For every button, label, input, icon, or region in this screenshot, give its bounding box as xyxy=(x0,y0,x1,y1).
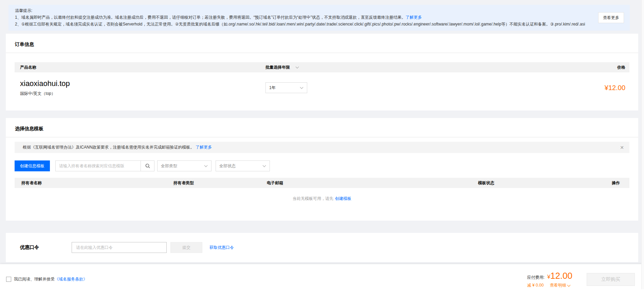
template-search xyxy=(55,160,154,171)
template-learn-more-link[interactable]: 了解更多 xyxy=(196,144,212,150)
type-filter-select[interactable]: 全部类型 xyxy=(157,160,211,171)
terms-link[interactable]: 《域名服务条款》 xyxy=(55,276,87,282)
coupon-card: 优惠口令 提交 获取优惠口令 xyxy=(6,233,638,262)
template-notice: 根据《互联网域名管理办法》及ICANN政策要求，注册域名需使用实名并完成邮箱验证… xyxy=(15,142,629,153)
column-email: 电子邮箱 xyxy=(267,180,478,186)
notice-banner: 温馨提示: 1、域名属即时产品，以最终付款和提交注册成功为准。域名注册成功后，费… xyxy=(8,5,630,31)
template-notice-text: 根据《互联网域名管理办法》及ICANN政策要求，注册域名需使用实名并完成邮箱验证… xyxy=(23,144,194,150)
column-product-name: 产品名称 xyxy=(20,65,265,70)
column-holder-name: 持有者名称 xyxy=(21,180,173,186)
payable-amount: 12.00 xyxy=(550,271,572,281)
terms-agreement: 我已阅读、理解并接受 《域名服务条款》 xyxy=(6,276,87,282)
checkout-footer: 我已阅读、理解并接受 《域名服务条款》 应付费用: ¥ 12.00 减 ¥ 0.… xyxy=(0,264,644,291)
get-coupon-link[interactable]: 获取优惠口令 xyxy=(209,245,234,251)
years-select-value: 1年 xyxy=(269,85,276,91)
coupon-label: 优惠口令 xyxy=(20,244,39,251)
discount-text: 减 ¥ 0.00 xyxy=(527,283,544,288)
discount-line: 减 ¥ 0.00 查看明细 xyxy=(527,283,572,288)
agree-text: 我已阅读、理解并接受 xyxy=(14,276,55,282)
template-toolbar: 创建信息模板 全部类型 全部状态 xyxy=(15,160,629,171)
view-detail-link[interactable]: 查看明细 xyxy=(550,283,570,288)
chevron-down-icon xyxy=(300,86,303,89)
order-info-card: 订单信息 产品名称 批量选择年限 价格 xiaoxiaohui.top 国际中/… xyxy=(6,34,638,110)
column-batch-years[interactable]: 批量选择年限 xyxy=(265,65,557,70)
notice-line-1-text: 1、域名属即时产品，以最终付款和提交注册成功为准。域名注册成功后，费用不退回，请… xyxy=(15,15,406,20)
column-price: 价格 xyxy=(557,65,625,70)
notice-line-1: 1、域名属即时产品，以最终付款和提交注册成功为准。域名注册成功后，费用不退回，请… xyxy=(15,14,589,21)
template-empty-state: 当前无模板可用，请先 创建模板 xyxy=(15,188,629,209)
status-filter-value: 全部状态 xyxy=(219,163,236,169)
order-row: xiaoxiaohui.top 国际中/英文（top） 1年 ¥12.00 xyxy=(15,72,629,103)
column-actions: 操作 xyxy=(612,180,620,186)
column-holder-type: 持有者类型 xyxy=(173,180,267,186)
template-card: 选择信息模板 根据《互联网域名管理办法》及ICANN政策要求，注册域名需使用实名… xyxy=(6,118,638,221)
learn-more-link[interactable]: 了解更多 xyxy=(406,15,422,20)
create-template-button[interactable]: 创建信息模板 xyxy=(15,160,50,171)
view-more-button[interactable]: 查看更多 xyxy=(598,12,624,23)
coupon-submit-button[interactable]: 提交 xyxy=(170,242,202,253)
chevron-down-icon xyxy=(204,164,208,167)
divider xyxy=(6,53,638,53)
order-table: 产品名称 批量选择年限 价格 xiaoxiaohui.top 国际中/英文（to… xyxy=(15,62,629,103)
coupon-input[interactable] xyxy=(72,242,167,253)
column-template-status: 模板状态 xyxy=(478,180,580,186)
product-cell: xiaoxiaohui.top 国际中/英文（top） xyxy=(20,79,265,97)
price-value: ¥12.00 xyxy=(557,84,625,92)
create-template-link[interactable]: 创建模板 xyxy=(335,196,351,202)
payable-label: 应付费用: xyxy=(527,275,545,280)
buy-now-button[interactable]: 立即购买 xyxy=(587,273,635,286)
search-icon xyxy=(145,163,150,169)
type-filter-value: 全部类型 xyxy=(161,163,177,169)
template-table-header: 持有者名称 持有者类型 电子邮箱 模板状态 操作 xyxy=(15,178,629,188)
years-select[interactable]: 1年 xyxy=(265,82,307,93)
payable-line: 应付费用: ¥ 12.00 xyxy=(527,271,572,281)
status-filter-select[interactable]: 全部状态 xyxy=(216,160,270,171)
search-input[interactable] xyxy=(56,161,141,171)
order-table-header: 产品名称 批量选择年限 价格 xyxy=(15,62,629,72)
domain-name: xiaoxiaohui.top xyxy=(20,79,265,88)
order-info-title: 订单信息 xyxy=(6,34,638,53)
chevron-down-icon xyxy=(263,164,266,167)
coupon-row: 优惠口令 提交 获取优惠口令 xyxy=(6,242,638,253)
view-detail-text: 查看明细 xyxy=(550,283,566,288)
domain-type: 国际中/英文（top） xyxy=(20,91,265,97)
payable-currency: ¥ xyxy=(547,274,550,280)
search-button[interactable] xyxy=(141,161,154,171)
close-icon[interactable]: ✕ xyxy=(620,145,624,150)
empty-state-text: 当前无模板可用，请先 xyxy=(293,196,333,202)
years-cell: 1年 xyxy=(265,82,557,93)
scrollbar[interactable] xyxy=(641,0,644,289)
notice-line-2: 2、①根据工信部有关规定，域名须完成实名认证，否则会被Serverhold，无法… xyxy=(15,21,589,28)
notice-title: 温馨提示: xyxy=(15,7,589,14)
payable-summary: 应付费用: ¥ 12.00 减 ¥ 0.00 查看明细 xyxy=(527,271,572,288)
chevron-down-icon xyxy=(296,65,299,68)
terms-checkbox[interactable] xyxy=(6,277,11,282)
divider xyxy=(6,137,638,137)
template-title: 选择信息模板 xyxy=(6,118,638,137)
batch-years-label: 批量选择年限 xyxy=(265,65,290,70)
chevron-down-icon xyxy=(567,283,571,287)
